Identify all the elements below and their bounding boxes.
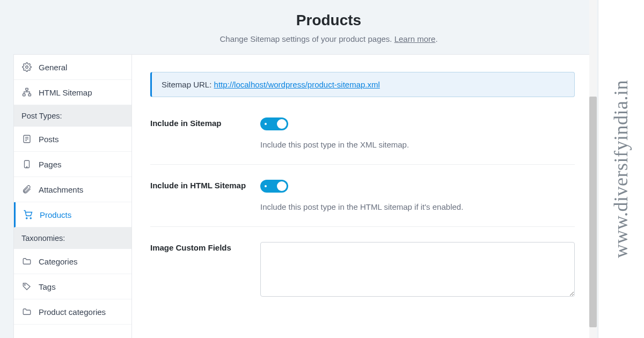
sitemap-url-notice: Sitemap URL: http://localhost/wordpress/… — [150, 72, 575, 97]
page-icon — [21, 159, 32, 170]
sidebar-item-product-categories[interactable]: Product categories — [14, 299, 131, 325]
sidebar-item-attachments[interactable]: Attachments — [14, 177, 131, 202]
include-html-sitemap-toggle[interactable] — [260, 180, 288, 193]
page-title: Products — [13, 12, 644, 29]
setting-label: Image Custom Fields — [150, 242, 260, 299]
learn-more-link[interactable]: Learn more — [394, 34, 436, 43]
folder-icon — [21, 306, 32, 317]
scrollbar-thumb[interactable] — [589, 97, 597, 327]
setting-include-sitemap: Include in Sitemap Include this post typ… — [150, 117, 575, 165]
setting-desc: Include this post type in the XML sitema… — [260, 140, 575, 149]
sidebar-item-label: Tags — [39, 282, 56, 291]
setting-image-custom-fields: Image Custom Fields — [150, 242, 575, 314]
settings-sidebar: General HTML Sitemap Post Types: Posts — [14, 55, 132, 338]
sidebar-item-tags[interactable]: Tags — [14, 274, 131, 299]
sidebar-item-posts[interactable]: Posts — [14, 127, 131, 152]
sidebar-item-label: HTML Sitemap — [39, 88, 92, 97]
sidebar-item-products[interactable]: Products — [14, 202, 131, 227]
folder-icon — [21, 256, 32, 267]
setting-label: Include in HTML Sitemap — [150, 180, 260, 211]
watermark: www.diversifyindia.in — [598, 0, 644, 338]
setting-label: Include in Sitemap — [150, 117, 260, 149]
image-custom-fields-input[interactable] — [260, 242, 575, 297]
sidebar-item-categories[interactable]: Categories — [14, 249, 131, 274]
page-subtitle: Change Sitemap settings of your product … — [13, 34, 644, 43]
sidebar-item-html-sitemap[interactable]: HTML Sitemap — [14, 80, 131, 105]
sidebar-item-label: Attachments — [39, 185, 83, 194]
sidebar-item-pages[interactable]: Pages — [14, 152, 131, 177]
svg-rect-3 — [28, 94, 31, 96]
svg-rect-1 — [26, 89, 28, 91]
svg-point-11 — [30, 218, 31, 219]
sidebar-item-label: Categories — [39, 257, 78, 266]
sitemap-icon — [21, 87, 32, 98]
setting-include-html-sitemap: Include in HTML Sitemap Include this pos… — [150, 180, 575, 227]
sidebar-item-label: General — [39, 63, 67, 72]
svg-point-10 — [26, 218, 27, 219]
sidebar-item-label: Posts — [39, 135, 59, 144]
sidebar-item-label: Product categories — [39, 307, 106, 317]
attachment-icon — [21, 184, 32, 195]
sidebar-item-label: Pages — [39, 160, 62, 169]
cart-icon — [23, 209, 33, 220]
tag-icon — [21, 281, 32, 292]
svg-rect-2 — [23, 94, 26, 96]
svg-point-12 — [24, 284, 25, 285]
gear-icon — [21, 62, 32, 72]
settings-content: Sitemap URL: http://localhost/wordpress/… — [132, 55, 593, 338]
sidebar-item-label: Products — [40, 210, 71, 219]
svg-point-0 — [26, 66, 28, 69]
notice-label: Sitemap URL: — [162, 80, 214, 89]
sidebar-heading-post-types: Post Types: — [14, 105, 131, 127]
sidebar-heading-taxonomies: Taxonomies: — [14, 227, 131, 249]
sidebar-item-general[interactable]: General — [14, 55, 131, 80]
page-header: Products Change Sitemap settings of your… — [13, 0, 644, 54]
post-icon — [21, 134, 32, 144]
svg-point-9 — [26, 167, 27, 167]
setting-desc: Include this post type in the HTML sitem… — [260, 202, 575, 211]
watermark-text: www.diversifyindia.in — [610, 80, 633, 258]
include-sitemap-toggle[interactable] — [260, 117, 288, 130]
sitemap-url-link[interactable]: http://localhost/wordpress/product-sitem… — [214, 80, 380, 89]
